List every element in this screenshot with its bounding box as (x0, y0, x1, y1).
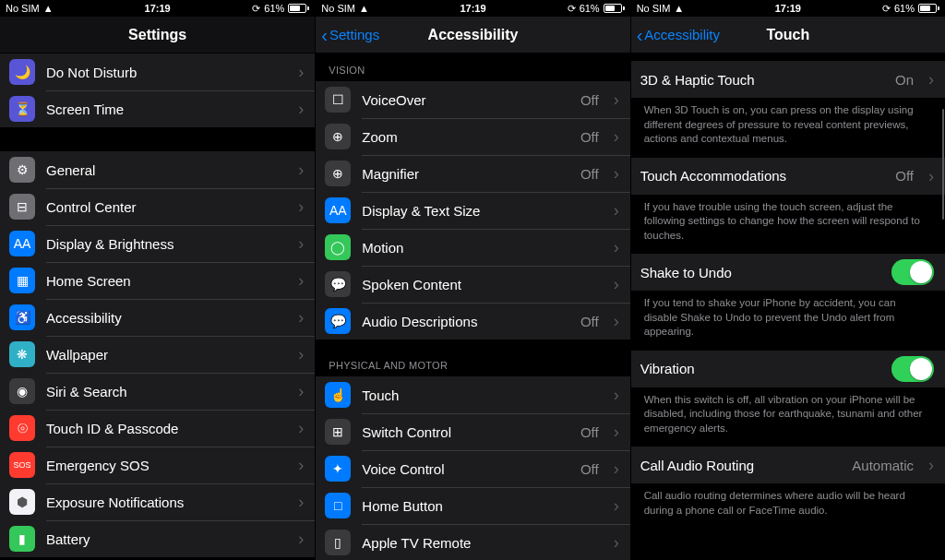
battery-icon (918, 4, 939, 13)
row-label: Spoken Content (362, 277, 602, 292)
rotation-lock-icon: ⟳ (252, 3, 260, 15)
chevron-right-icon: › (614, 423, 619, 440)
row-label: Shake to Undo (640, 265, 880, 280)
chevron-right-icon: › (298, 235, 304, 252)
row-label: Accessibility (46, 310, 287, 326)
row-label: Touch (362, 387, 602, 403)
row-detail: Off (580, 314, 599, 329)
row-do-not-disturb[interactable]: 🌙Do Not Disturb› (0, 54, 315, 90)
general-icon: ⚙ (9, 157, 35, 183)
row-label: 3D & Haptic Touch (640, 72, 884, 88)
row-magnifier[interactable]: ⊕MagnifierOff› (316, 155, 629, 192)
row-screen-time[interactable]: ⏳Screen Time› (0, 90, 315, 127)
back-label: Settings (329, 27, 379, 42)
group-separator (0, 127, 315, 151)
row-switch-control[interactable]: ⊞Switch ControlOff› (316, 413, 629, 450)
row-exposure-notifications[interactable]: ⬢Exposure Notifications› (0, 483, 315, 520)
row-vibration[interactable]: Vibration (631, 351, 945, 387)
chevron-right-icon: › (614, 202, 619, 219)
row-general[interactable]: ⚙General› (0, 151, 315, 188)
carrier: No SIM (321, 3, 355, 14)
row-apple-tv-remote[interactable]: ▯Apple TV Remote› (316, 524, 629, 560)
status-bar: No SIM▲ 17:19 ⟳61% (631, 0, 945, 17)
accessibility-list[interactable]: VISION ☐VoiceOverOff›⊕ZoomOff›⊕Magnifier… (316, 54, 629, 560)
row-home-button[interactable]: □Home Button› (316, 487, 629, 524)
row-label: VoiceOver (362, 92, 569, 108)
chevron-right-icon: › (298, 272, 304, 289)
row-label: Call Audio Routing (640, 458, 842, 473)
row-emergency-sos[interactable]: SOSEmergency SOS› (0, 447, 315, 483)
row-detail: Off (580, 166, 599, 182)
row-shake-to-undo[interactable]: Shake to Undo (631, 254, 945, 291)
row-wallpaper[interactable]: ❋Wallpaper› (0, 336, 315, 373)
row-touch-id-passcode[interactable]: ⦾Touch ID & Passcode› (0, 410, 315, 447)
row-label: Emergency SOS (46, 458, 287, 473)
wifi-icon: ▲ (674, 3, 684, 14)
row-display-text-size[interactable]: AADisplay & Text Size› (316, 192, 629, 229)
row-detail: Off (895, 168, 914, 184)
back-label: Accessibility (644, 27, 720, 42)
row-label: Wallpaper (46, 347, 287, 363)
settings-list[interactable]: 🌙Do Not Disturb›⏳Screen Time› ⚙General›⊟… (0, 54, 315, 560)
chevron-right-icon: › (298, 346, 304, 363)
row-siri-search[interactable]: ◉Siri & Search› (0, 373, 315, 410)
carrier: No SIM (6, 3, 40, 14)
footer-accom: If you have trouble using the touch scre… (631, 195, 945, 255)
chevron-right-icon: › (614, 497, 619, 514)
chevron-left-icon: ‹ (637, 26, 643, 44)
row-display-brightness[interactable]: AADisplay & Brightness› (0, 225, 315, 262)
row-touch[interactable]: ☝Touch› (316, 376, 629, 413)
row-motion[interactable]: ◯Motion› (316, 229, 629, 266)
row-3d-haptic-touch[interactable]: 3D & Haptic Touch On › (631, 61, 945, 98)
row-label: Screen Time (46, 101, 287, 117)
back-button[interactable]: ‹Accessibility (637, 26, 720, 44)
battery-percent: 61% (264, 3, 284, 14)
chevron-right-icon: › (614, 165, 619, 182)
screen-settings: No SIM▲ 17:19 ⟳61% Settings 🌙Do Not Dist… (0, 0, 315, 560)
row-accessibility[interactable]: ♿Accessibility› (0, 299, 315, 336)
row-voice-control[interactable]: ✦Voice ControlOff› (316, 450, 629, 487)
do-not-disturb-icon: 🌙 (9, 59, 35, 85)
home-screen-icon: ▦ (9, 268, 35, 293)
chevron-right-icon: › (614, 276, 619, 292)
row-control-center[interactable]: ⊟Control Center› (0, 188, 315, 225)
touch-icon: ☝ (325, 382, 351, 408)
toggle-vibration[interactable] (891, 356, 934, 382)
screen-accessibility: No SIM▲ 17:19 ⟳61% ‹Settings Accessibili… (315, 0, 629, 560)
page-title: Accessibility (428, 27, 519, 43)
audio-descriptions-icon: 💬 (325, 308, 351, 334)
chevron-right-icon: › (614, 239, 619, 256)
row-detail: Automatic (852, 458, 914, 473)
touch-list[interactable]: 3D & Haptic Touch On › When 3D Touch is … (631, 54, 945, 560)
accessibility-icon: ♿ (9, 304, 35, 330)
emergency-sos-icon: SOS (9, 452, 35, 478)
row-battery[interactable]: ▮Battery› (0, 520, 315, 557)
row-touch-accommodations[interactable]: Touch Accommodations Off › (631, 158, 945, 195)
row-label: Vibration (640, 361, 880, 376)
chevron-right-icon: › (298, 383, 304, 399)
voice-control-icon: ✦ (325, 456, 351, 482)
row-spoken-content[interactable]: 💬Spoken Content› (316, 266, 629, 303)
row-detail: Off (580, 92, 599, 108)
row-label: Audio Descriptions (362, 314, 569, 329)
battery-icon: ▮ (9, 526, 35, 552)
row-voiceover[interactable]: ☐VoiceOverOff› (316, 81, 629, 118)
row-audio-descriptions[interactable]: 💬Audio DescriptionsOff› (316, 303, 629, 340)
scroll-indicator[interactable] (942, 109, 944, 220)
row-call-audio-routing[interactable]: Call Audio Routing Automatic › (631, 447, 945, 483)
exposure-notifications-icon: ⬢ (9, 489, 35, 515)
home-button-icon: □ (325, 493, 351, 518)
toggle-shake-to-undo[interactable] (891, 259, 934, 285)
footer-vibration: When this switch is off, all vibration o… (631, 387, 945, 447)
page-title: Touch (766, 27, 809, 43)
row-label: Touch Accommodations (640, 168, 885, 184)
touch-id-passcode-icon: ⦾ (9, 415, 35, 441)
row-label: Control Center (46, 199, 287, 215)
row-home-screen[interactable]: ▦Home Screen› (0, 262, 315, 299)
row-zoom[interactable]: ⊕ZoomOff› (316, 118, 629, 155)
chevron-right-icon: › (614, 128, 619, 145)
battery-icon (288, 4, 309, 13)
back-button[interactable]: ‹Settings (321, 26, 379, 44)
chevron-right-icon: › (298, 101, 304, 117)
row-label: Display & Brightness (46, 236, 287, 252)
